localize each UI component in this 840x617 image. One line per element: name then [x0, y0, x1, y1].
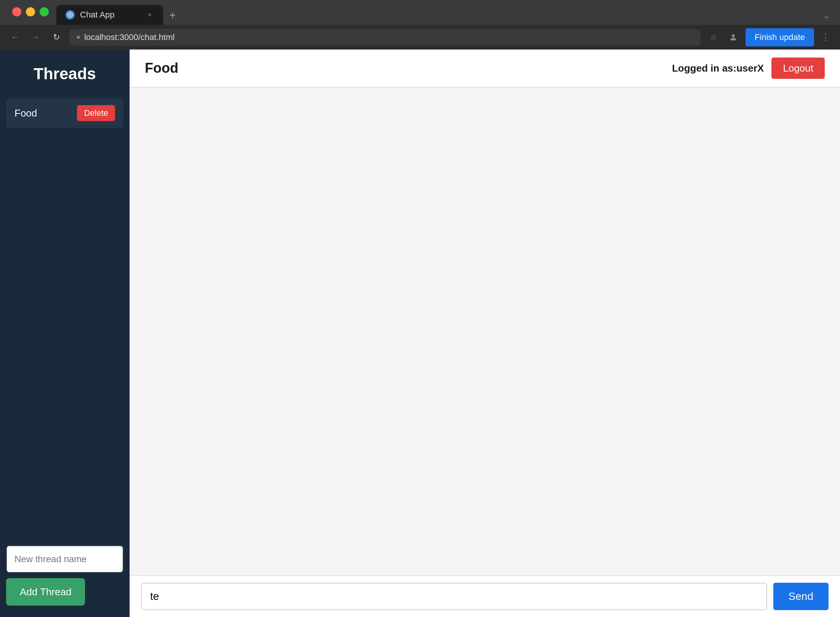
address-bar[interactable]: ● localhost:3000/chat.html	[69, 29, 701, 46]
delete-thread-button[interactable]: Delete	[77, 105, 115, 121]
svg-point-1	[732, 34, 735, 37]
browser-tab-active[interactable]: Chat App ×	[56, 5, 163, 25]
main-content: Food Logged in as:userX Logout Send	[130, 50, 840, 617]
current-thread-title: Food	[145, 60, 178, 76]
new-tab-button[interactable]: +	[165, 7, 181, 23]
logout-button[interactable]: Logout	[771, 58, 825, 79]
thread-name: Food	[14, 107, 37, 119]
close-tab-button[interactable]: ×	[146, 11, 154, 19]
thread-list: Food Delete	[0, 94, 130, 538]
logged-in-label: Logged in as:userX	[672, 62, 764, 74]
browser-menu-button[interactable]: ⋮	[819, 30, 832, 44]
message-input[interactable]	[141, 583, 767, 610]
tab-title: Chat App	[80, 10, 140, 20]
browser-toolbar: ← → ↻ ● localhost:3000/chat.html ☆ Finis…	[0, 25, 840, 50]
logged-in-prefix: Logged in as:	[672, 62, 736, 74]
message-input-area: Send	[130, 575, 840, 617]
forward-button[interactable]: →	[28, 30, 43, 45]
tab-menu-button[interactable]: ⌄	[819, 8, 834, 23]
tab-favicon	[66, 10, 75, 19]
finish-update-button[interactable]: Finish update	[745, 28, 814, 46]
close-window-button[interactable]	[12, 7, 21, 16]
tab-bar: Chat App × + ⌄	[0, 0, 840, 25]
reload-button[interactable]: ↻	[49, 30, 64, 45]
messages-area	[130, 88, 840, 575]
lock-icon: ●	[76, 33, 80, 41]
bookmark-button[interactable]: ☆	[706, 30, 721, 45]
sidebar: Threads Food Delete Add Thread	[0, 50, 130, 617]
thread-item[interactable]: Food Delete	[6, 98, 123, 128]
account-button[interactable]	[726, 30, 741, 45]
fullscreen-window-button[interactable]	[40, 7, 49, 16]
login-info: Logged in as:userX Logout	[672, 58, 825, 79]
sidebar-header: Threads	[0, 50, 130, 94]
back-button[interactable]: ←	[8, 30, 23, 45]
minimize-window-button[interactable]	[26, 7, 35, 16]
main-header: Food Logged in as:userX Logout	[130, 50, 840, 88]
browser-chrome: Chat App × + ⌄ ← → ↻ ● localhost:3000/ch…	[0, 0, 840, 50]
toolbar-actions: ☆ Finish update ⋮	[706, 28, 832, 46]
send-button[interactable]: Send	[773, 583, 829, 610]
url-display: localhost:3000/chat.html	[84, 32, 175, 42]
sidebar-title: Threads	[11, 65, 118, 83]
app-container: Threads Food Delete Add Thread Food Logg…	[0, 50, 840, 617]
new-thread-input[interactable]	[6, 545, 123, 573]
sidebar-bottom: Add Thread	[0, 538, 130, 617]
logged-in-user: userX	[736, 62, 764, 74]
add-thread-button[interactable]: Add Thread	[6, 578, 85, 606]
